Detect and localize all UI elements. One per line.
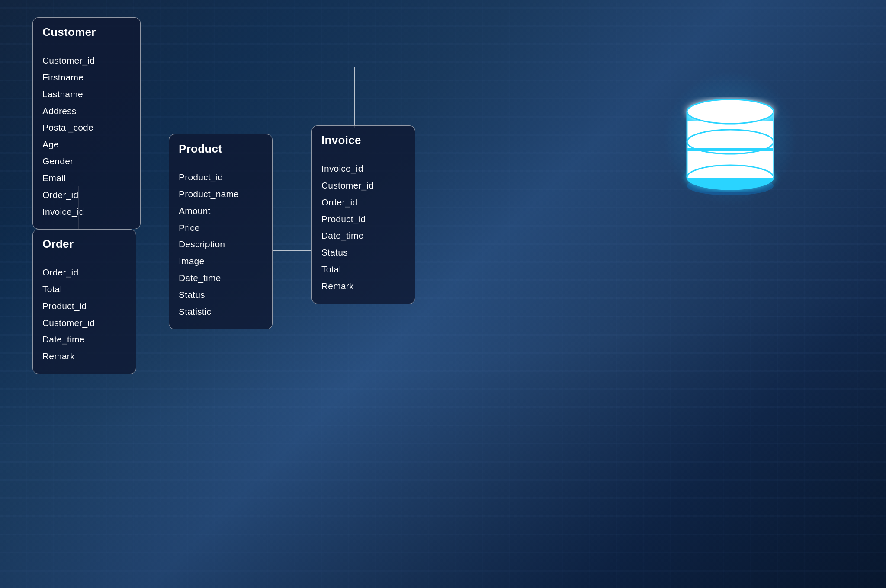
product-table-title: Product	[169, 134, 272, 162]
field-order-id: Order_id	[42, 264, 126, 281]
field-lastname: Lastname	[42, 86, 131, 103]
field-status: Status	[321, 244, 405, 261]
customer-table-title: Customer	[33, 18, 140, 45]
invoice-table-fields: Invoice_id Customer_id Order_id Product_…	[312, 153, 415, 304]
field-gender: Gender	[42, 153, 131, 170]
field-status: Status	[179, 287, 263, 304]
svg-rect-8	[687, 147, 774, 178]
customer-table-fields: Customer_id Firstname Lastname Address P…	[33, 45, 140, 229]
field-order-id: Order_id	[321, 194, 405, 211]
field-date-time: Date_time	[42, 331, 126, 348]
field-statistic: Statistic	[179, 304, 263, 320]
product-table: Product Product_id Product_name Amount P…	[169, 134, 273, 329]
field-age: Age	[42, 136, 131, 153]
invoice-table-title: Invoice	[312, 126, 415, 153]
field-invoice-id: Invoice_id	[321, 160, 405, 177]
field-date-time: Date_time	[321, 227, 405, 244]
field-address: Address	[42, 103, 131, 120]
svg-point-13	[696, 101, 765, 115]
field-total: Total	[42, 281, 126, 298]
field-postal-code: Postal_code	[42, 119, 131, 136]
customer-table: Customer Customer_id Firstname Lastname …	[32, 17, 141, 229]
field-description: Description	[179, 236, 263, 253]
field-invoice-id: Invoice_id	[42, 204, 131, 220]
field-customer-id: Customer_id	[321, 177, 405, 194]
order-table-fields: Order_id Total Product_id Customer_id Da…	[33, 257, 136, 374]
field-amount: Amount	[179, 203, 263, 220]
field-customer-id: Customer_id	[42, 315, 126, 332]
order-table-title: Order	[33, 230, 136, 257]
invoice-table: Invoice Invoice_id Customer_id Order_id …	[311, 125, 415, 304]
field-order-id: Order_id	[42, 187, 131, 204]
field-date-time: Date_time	[179, 270, 263, 287]
field-price: Price	[179, 220, 263, 236]
field-product-id: Product_id	[42, 298, 126, 315]
database-icon	[661, 69, 799, 208]
field-image: Image	[179, 253, 263, 270]
field-total: Total	[321, 261, 405, 278]
order-table: Order Order_id Total Product_id Customer…	[32, 229, 136, 374]
field-email: Email	[42, 170, 131, 187]
field-remark: Remark	[321, 278, 405, 295]
field-product-id: Product_id	[321, 211, 405, 228]
product-table-fields: Product_id Product_name Amount Price Des…	[169, 162, 272, 329]
field-product-id: Product_id	[179, 169, 263, 186]
field-product-name: Product_name	[179, 186, 263, 203]
field-remark: Remark	[42, 348, 126, 365]
field-firstname: Firstname	[42, 69, 131, 86]
field-customer-id: Customer_id	[42, 52, 131, 69]
